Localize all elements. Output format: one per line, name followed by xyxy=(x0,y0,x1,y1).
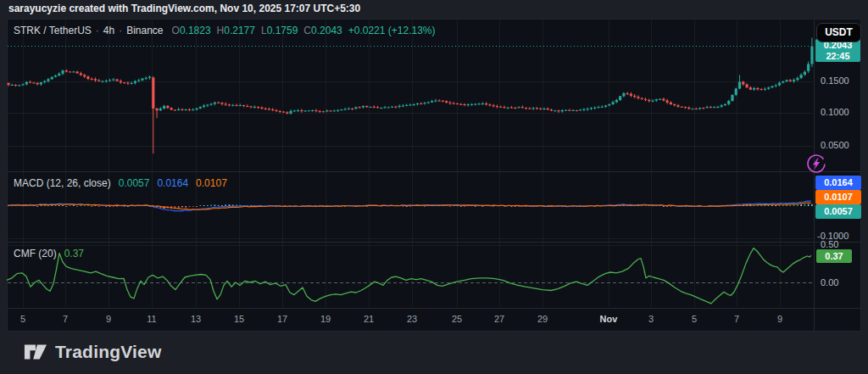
main-legend[interactable]: STRK / TetherUS·4h·BinanceO0.1823H0.2177… xyxy=(14,25,435,36)
time-tick-label: 19 xyxy=(320,314,331,324)
time-tick-label: 13 xyxy=(191,314,201,324)
cmf-tick-label: 0.50 xyxy=(821,239,838,249)
tradingview-snapshot: sarayucyzie created with TradingView.com… xyxy=(0,0,868,374)
symbol-name[interactable]: STRK / TetherUS xyxy=(14,25,92,36)
time-tick-label: 7 xyxy=(63,314,68,324)
low-value: 0.1759 xyxy=(267,25,298,36)
legend-separator: · xyxy=(119,25,122,36)
chart-plot-area[interactable] xyxy=(7,19,814,308)
macd-signal-value: 0.0107 xyxy=(196,177,227,189)
high-value: 0.2177 xyxy=(224,25,255,36)
currency-toggle-button[interactable]: USDT xyxy=(816,23,861,42)
open-value: 0.1823 xyxy=(180,25,211,36)
time-tick-label: 9 xyxy=(106,314,111,324)
macd-value-badge: 0.0107 xyxy=(815,190,861,204)
time-tick-label: 23 xyxy=(407,314,417,324)
attribution-text: sarayucyzie created with TradingView.com… xyxy=(8,3,360,14)
cmf-tick-label: 0.00 xyxy=(821,277,838,287)
macd-value-badge: 0.0164 xyxy=(815,176,861,190)
close-label: C xyxy=(303,25,311,36)
tradingview-logo-text: TradingView xyxy=(55,342,162,362)
time-tick-label: 5 xyxy=(20,314,25,324)
macd-legend[interactable]: MACD (12, 26, close)0.00570.01640.0107 xyxy=(14,177,227,189)
countdown-timer: 22:45 xyxy=(815,51,860,62)
time-tick-label: 17 xyxy=(277,314,287,324)
time-tick-label: 5 xyxy=(692,314,697,324)
last-price-badge: 0.2043 22:45 xyxy=(815,39,860,62)
legend-separator: · xyxy=(96,25,99,36)
cmf-value-badge: 0.37 xyxy=(816,249,852,263)
macd-title: MACD (12, 26, close) xyxy=(14,177,111,189)
macd-line-value: 0.0164 xyxy=(157,177,188,189)
tradingview-logo-icon xyxy=(24,341,47,363)
time-tick-label: 9 xyxy=(777,314,782,324)
low-label: L xyxy=(261,25,267,36)
time-tick-label: Nov xyxy=(600,314,618,324)
macd-hist-value: 0.0057 xyxy=(119,177,150,189)
change-value: +0.0221 (+12.13%) xyxy=(348,25,436,36)
time-tick-label: 15 xyxy=(234,314,244,324)
time-tick-label: 11 xyxy=(147,314,156,324)
open-label: O xyxy=(172,25,180,36)
cmf-legend[interactable]: CMF (20)0.37 xyxy=(14,248,84,260)
cmf-value: 0.37 xyxy=(64,248,84,260)
tradingview-logo[interactable]: TradingView xyxy=(24,341,162,363)
cmf-title: CMF (20) xyxy=(14,248,57,260)
time-tick-label: 7 xyxy=(734,314,739,324)
price-tick-label: 0.1000 xyxy=(821,107,849,117)
high-label: H xyxy=(217,25,225,36)
interval-label[interactable]: 4h xyxy=(103,25,114,36)
price-tick-label: 0.0500 xyxy=(821,140,849,150)
close-value: 0.2043 xyxy=(311,25,342,36)
price-tick-label: 0.1500 xyxy=(821,75,849,86)
time-tick-label: 3 xyxy=(648,314,654,324)
time-tick-label: 29 xyxy=(537,314,548,324)
time-tick-label: 27 xyxy=(494,314,504,324)
time-tick-label: 21 xyxy=(364,314,374,324)
exchange-label: Binance xyxy=(126,25,163,36)
time-tick-label: 25 xyxy=(452,314,462,324)
macd-value-badge: 0.0057 xyxy=(815,204,861,219)
boost-icon[interactable] xyxy=(805,153,827,175)
